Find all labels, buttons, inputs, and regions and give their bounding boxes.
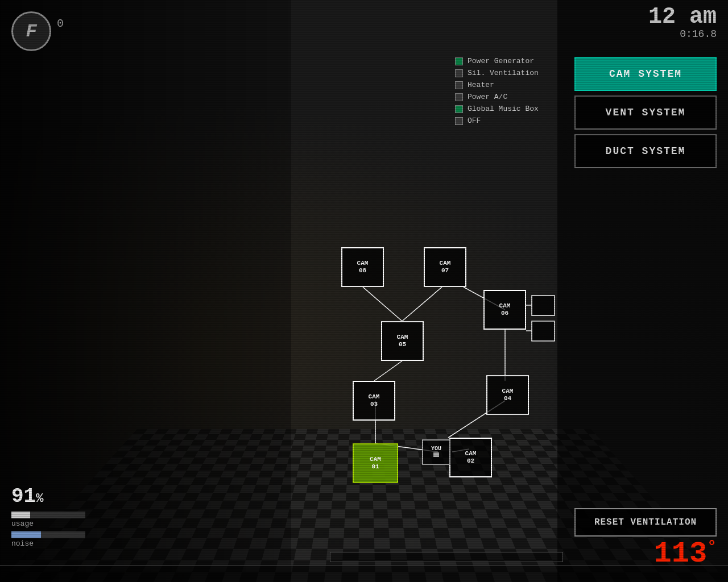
global-music-box-label: Global Music Box [468,105,539,113]
heater-indicator [455,81,463,89]
usage-bar [11,512,85,518]
coin-letter: F [26,21,36,42]
time-display: 12 am 0:16.8 [648,6,717,40]
sil-ventilation-control: Sil. Ventilation [455,69,569,77]
power-ac-control: Power A/C [455,93,569,101]
camera-node-02[interactable]: CAM02 [449,438,492,477]
noise-label: noise [11,539,85,548]
power-generator-control: Power Generator [455,57,569,65]
power-generator-indicator [455,57,463,65]
you-indicator: YOU [422,439,450,465]
svg-line-6 [402,287,442,321]
off-control: OFF [455,117,569,125]
time-seconds: 0:16.8 [648,28,717,40]
reset-ventilation-button[interactable]: RESET VENTILATION [574,508,717,537]
usage-bar-fill [11,512,30,518]
power-value: 91 [11,485,36,508]
off-label: OFF [468,117,481,125]
coin-count: 0 [57,17,64,30]
noise-bar-fill [11,531,41,538]
hud-container: F 0 12 am 0:16.8 CAM SYSTEM VENT SYSTEM … [0,0,728,582]
noise-bar [11,531,85,538]
camera-node-06[interactable]: CAM06 [483,290,526,330]
heater-control: Heater [455,81,569,89]
camera-node-01[interactable]: CAM01 [353,443,398,483]
duct-system-button[interactable]: DUCT SYSTEM [574,134,717,168]
heater-label: Heater [468,81,494,89]
cam-system-button[interactable]: CAM SYSTEM [574,57,717,91]
vent-system-button[interactable]: VENT SYSTEM [574,95,717,130]
power-display: 91% [11,485,85,508]
side-controls-panel: Power Generator Sil. Ventilation Heater … [455,57,569,125]
time-hour: 12 am [648,6,717,28]
usage-label: usage [11,519,85,528]
global-music-box-control: Global Music Box [455,105,569,113]
temperature-display: 113° [654,537,717,571]
temperature-degree: ° [707,538,717,556]
camera-node-08[interactable]: CAM08 [341,247,384,287]
temperature-value: 113 [654,537,708,571]
svg-line-7 [363,287,402,321]
sil-ventilation-indicator [455,69,463,77]
freddy-coin-logo: F [11,11,51,51]
power-symbol: % [36,492,43,506]
usage-stat: usage [11,512,85,528]
camera-node-07[interactable]: CAM07 [424,247,466,287]
sil-ventilation-label: Sil. Ventilation [468,69,539,77]
power-generator-label: Power Generator [468,57,534,65]
camera-map: CAM01 CAM02 CAM03 CAM04 CAM05 CAM06 CAM0… [324,227,597,517]
power-ac-label: Power A/C [468,93,507,101]
noise-stat: noise [11,531,85,548]
power-ac-indicator [455,93,463,101]
svg-rect-9 [532,296,555,315]
off-indicator [455,117,463,125]
bottom-bar [0,565,728,582]
svg-line-4 [374,361,402,381]
bottom-progress-bar [330,552,563,562]
stats-panel: 91% usage noise [11,485,85,548]
camera-node-05[interactable]: CAM05 [381,321,424,361]
system-buttons-panel: CAM SYSTEM VENT SYSTEM DUCT SYSTEM [574,57,717,168]
svg-rect-10 [532,321,555,341]
camera-node-04[interactable]: CAM04 [486,375,529,415]
camera-node-03[interactable]: CAM03 [353,381,395,421]
global-music-box-indicator [455,105,463,113]
